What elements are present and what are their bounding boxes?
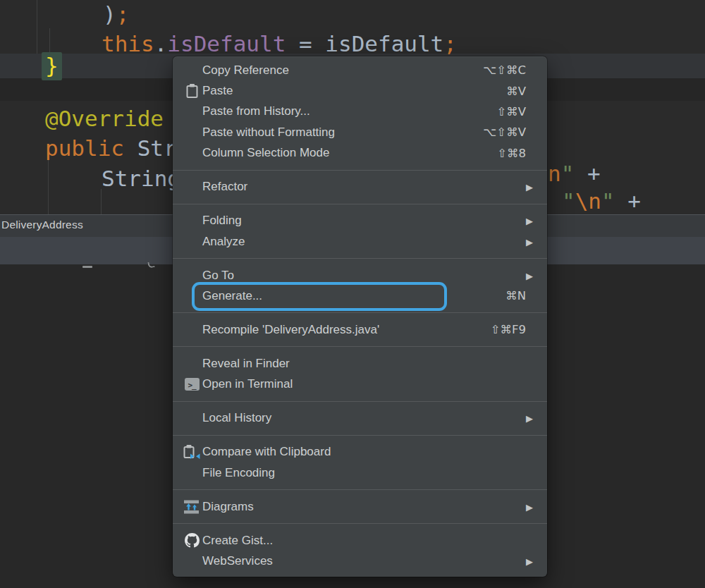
line-string: String (102, 166, 180, 191)
code-token: ) (103, 1, 116, 27)
menu-separator (173, 346, 547, 347)
menu-item-label: Diagrams (202, 500, 254, 514)
menu-item-label: Local History (202, 411, 271, 425)
github-icon (181, 533, 202, 548)
context-menu: Copy Reference⌥⇧⌘CPaste⌘VPaste from Hist… (173, 56, 547, 577)
menu-item-create-gist[interactable]: Create Gist... (173, 530, 547, 551)
menu-separator (173, 170, 547, 171)
code-token: ; (116, 1, 130, 27)
line-string-frag-2: "\n" + (562, 189, 641, 214)
compare-clipboard-icon (181, 444, 202, 460)
submenu-arrow-icon: ▶ (526, 414, 533, 423)
terminal-icon: >_ (181, 378, 202, 391)
menu-item-shortcut: ⇧⌘F9 (491, 323, 526, 336)
menu-item-label: Folding (202, 214, 242, 228)
code-token: " (601, 188, 615, 214)
menu-item-label: Recompile 'DeliveryAddress.java' (202, 323, 379, 337)
code-token: \n (575, 188, 601, 214)
menu-item-label: Copy Reference (202, 63, 289, 78)
line-closing-brace: } (45, 54, 62, 78)
menu-item-local-history[interactable]: Local History▶ (173, 408, 547, 429)
menu-item-copy-reference[interactable]: Copy Reference⌥⇧⌘C (173, 60, 547, 80)
code-token (615, 188, 628, 214)
menu-item-label: Paste (202, 84, 233, 98)
tab-delivery-address[interactable]: DeliveryAddress (1, 219, 83, 231)
menu-item-label: Open in Terminal (202, 377, 293, 391)
ide-window: );this.isDefault = isDefault;}@Overridep… (0, 0, 705, 588)
indent-guide (48, 159, 49, 214)
submenu-arrow-icon: ▶ (526, 271, 533, 280)
menu-item-label: Generate... (202, 289, 262, 303)
menu-item-refactor[interactable]: Refactor▶ (173, 177, 547, 197)
indent-guide (37, 0, 37, 54)
code-token: } (42, 52, 62, 80)
menu-separator (173, 489, 547, 490)
menu-item-reveal-in-finder[interactable]: Reveal in Finder (173, 353, 547, 374)
code-token: + (627, 188, 641, 214)
code-token: n (548, 161, 561, 186)
menu-item-shortcut: ⇧⌘V (496, 105, 526, 118)
menu-item-paste-without-formatting[interactable]: Paste without Formatting⌥⇧⌘V (173, 122, 547, 142)
menu-item-webservices[interactable]: WebServices▶ (173, 551, 547, 571)
menu-separator (173, 435, 547, 436)
code-token: this (102, 31, 154, 56)
menu-item-recompile[interactable]: Recompile 'DeliveryAddress.java'⇧⌘F9 (173, 319, 547, 340)
code-token: . (154, 31, 168, 56)
menu-item-label: Create Gist... (202, 534, 273, 548)
code-token: Str (137, 135, 177, 161)
menu-separator (173, 523, 547, 524)
menu-item-label: Go To (202, 269, 234, 283)
code-fragment-dash (82, 266, 92, 268)
menu-item-analyze[interactable]: Analyze▶ (173, 231, 547, 252)
menu-item-generate[interactable]: Generate...⌘N (173, 286, 547, 306)
menu-separator (173, 401, 547, 402)
line-close-paren: ); (103, 2, 129, 27)
code-token (574, 161, 587, 186)
submenu-arrow-icon: ▶ (526, 237, 533, 246)
menu-separator (173, 312, 547, 313)
menu-item-column-selection-mode[interactable]: Column Selection Mode⇧⌘8 (173, 143, 547, 164)
code-token: " (562, 188, 575, 214)
code-token: = (286, 31, 325, 56)
menu-item-paste-from-history[interactable]: Paste from History...⇧⌘V (173, 102, 547, 122)
code-token: @Override (45, 106, 164, 131)
code-token: String (102, 166, 180, 191)
submenu-arrow-icon: ▶ (526, 183, 533, 192)
menu-separator (173, 258, 547, 259)
code-token: isDefault (325, 31, 443, 56)
code-token: " (561, 161, 575, 186)
paste-icon (181, 83, 202, 99)
menu-item-open-in-terminal[interactable]: >_Open in Terminal (173, 374, 547, 395)
line-override: @Override (45, 106, 164, 131)
menu-item-shortcut: ⌘V (506, 85, 526, 98)
line-this-assignment: this.isDefault = isDefault; (102, 32, 457, 56)
menu-item-shortcut: ⌥⇧⌘C (483, 63, 526, 77)
menu-item-label: Analyze (202, 235, 245, 249)
menu-item-paste[interactable]: Paste⌘V (173, 80, 547, 101)
line-string-frag-1: n" + (548, 161, 601, 186)
menu-item-label: Paste without Formatting (202, 125, 335, 140)
code-token: + (587, 161, 601, 186)
menu-item-go-to[interactable]: Go To▶ (173, 265, 547, 286)
menu-item-shortcut: ⌥⇧⌘V (483, 125, 526, 139)
menu-item-label: Reveal in Finder (202, 357, 290, 371)
menu-separator (173, 204, 547, 204)
menu-item-compare-with-clipboard[interactable]: Compare with Clipboard (173, 442, 547, 463)
menu-item-shortcut: ⇧⌘8 (497, 147, 526, 160)
menu-item-label: File Encoding (202, 466, 275, 480)
menu-item-label: WebServices (202, 554, 273, 568)
menu-item-label: Compare with Clipboard (202, 445, 331, 459)
submenu-arrow-icon: ▶ (526, 216, 533, 226)
menu-item-file-encoding[interactable]: File Encoding (173, 463, 547, 483)
code-token: ; (443, 31, 457, 56)
menu-item-folding[interactable]: Folding▶ (173, 211, 547, 231)
submenu-arrow-icon: ▶ (526, 557, 533, 566)
code-token: public (45, 135, 137, 161)
menu-item-label: Refactor (202, 180, 247, 194)
line-public: public Str (45, 136, 177, 161)
submenu-arrow-icon: ▶ (526, 502, 533, 511)
menu-item-diagrams[interactable]: Diagrams▶ (173, 496, 547, 517)
indent-guide (101, 189, 102, 214)
code-token: isDefault (167, 31, 286, 56)
diagrams-icon (181, 500, 202, 514)
